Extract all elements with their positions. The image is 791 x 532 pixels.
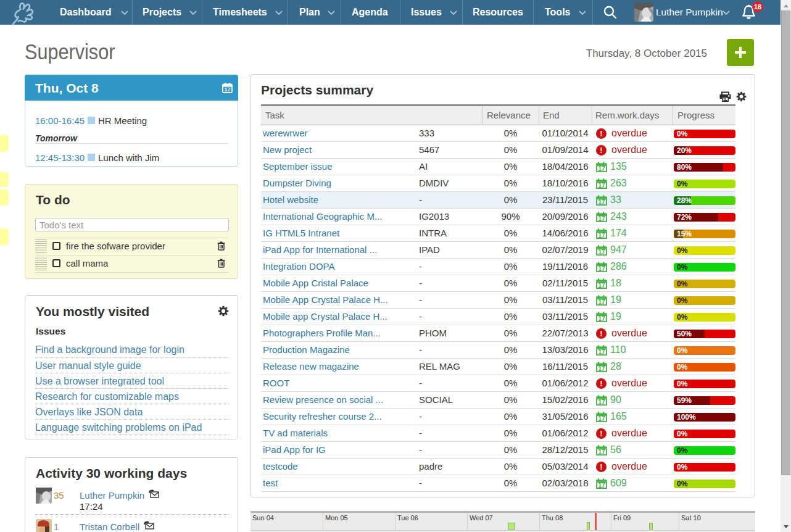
svg-text:17: 17 [224, 86, 230, 93]
svg-text:17: 17 [598, 415, 605, 422]
svg-text:17: 17 [598, 365, 605, 372]
svg-text:17: 17 [598, 232, 605, 239]
svg-text:17: 17 [598, 299, 605, 305]
svg-text:17: 17 [598, 482, 605, 489]
svg-text:17: 17 [598, 449, 605, 455]
svg-text:17: 17 [598, 182, 605, 189]
svg-text:17: 17 [598, 249, 605, 256]
svg-text:17: 17 [598, 282, 605, 289]
svg-text:17: 17 [598, 399, 605, 405]
svg-text:17: 17 [598, 265, 605, 272]
svg-text:17: 17 [598, 215, 605, 222]
svg-text:17: 17 [598, 199, 605, 206]
svg-text:17: 17 [598, 349, 605, 355]
svg-text:17: 17 [598, 315, 605, 322]
svg-text:17: 17 [598, 165, 605, 172]
